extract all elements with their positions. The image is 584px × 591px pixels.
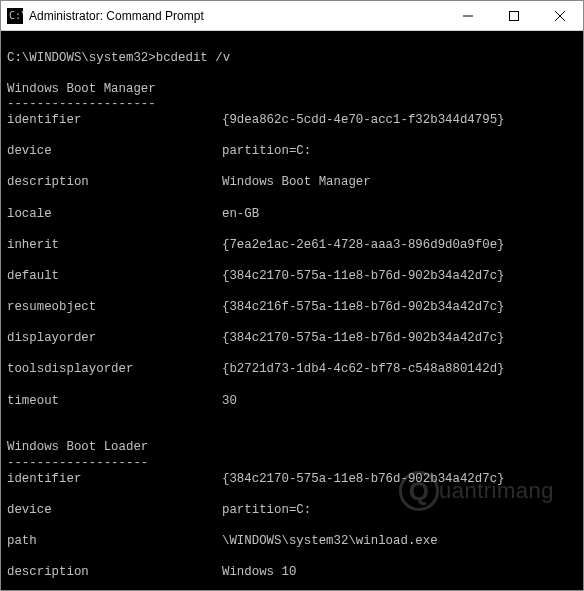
output-row: devicepartition=C: [7,144,577,160]
output-row: default{384c2170-575a-11e8-b76d-902b34a4… [7,269,577,285]
output-row: resumeobject{384c216f-575a-11e8-b76d-902… [7,300,577,316]
output-row: descriptionWindows Boot Manager [7,175,577,191]
section-heading: Windows Boot Manager [7,82,156,96]
output-row: toolsdisplayorder{b2721d73-1db4-4c62-bf7… [7,362,577,378]
command-prompt-window: C:\ Administrator: Command Prompt C:\WIN… [0,0,584,591]
svg-rect-3 [510,12,519,21]
cmd-icon: C:\ [7,8,23,24]
section-divider: -------------------- [7,97,156,111]
minimize-button[interactable] [445,1,491,31]
window-title: Administrator: Command Prompt [29,9,445,23]
output-row: devicepartition=C: [7,503,577,519]
output-row: identifier{384c2170-575a-11e8-b76d-902b3… [7,472,577,488]
output-row: descriptionWindows 10 [7,565,577,581]
section-divider: ------------------- [7,456,148,470]
output-row: path\WINDOWS\system32\winload.exe [7,534,577,550]
titlebar[interactable]: C:\ Administrator: Command Prompt [1,1,583,31]
terminal-output[interactable]: C:\WINDOWS\system32>bcdedit /v Windows B… [1,31,583,590]
close-button[interactable] [537,1,583,31]
output-row: displayorder{384c2170-575a-11e8-b76d-902… [7,331,577,347]
svg-text:C:\: C:\ [9,10,23,21]
output-row: identifier{9dea862c-5cdd-4e70-acc1-f32b3… [7,113,577,129]
maximize-button[interactable] [491,1,537,31]
output-row: timeout30 [7,394,577,410]
output-row: inherit{7ea2e1ac-2e61-4728-aaa3-896d9d0a… [7,238,577,254]
section-heading: Windows Boot Loader [7,440,148,454]
window-controls [445,1,583,30]
command-text: bcdedit /v [156,51,230,65]
output-row: localeen-GB [7,207,577,223]
prompt-path: C:\WINDOWS\system32> [7,51,156,65]
